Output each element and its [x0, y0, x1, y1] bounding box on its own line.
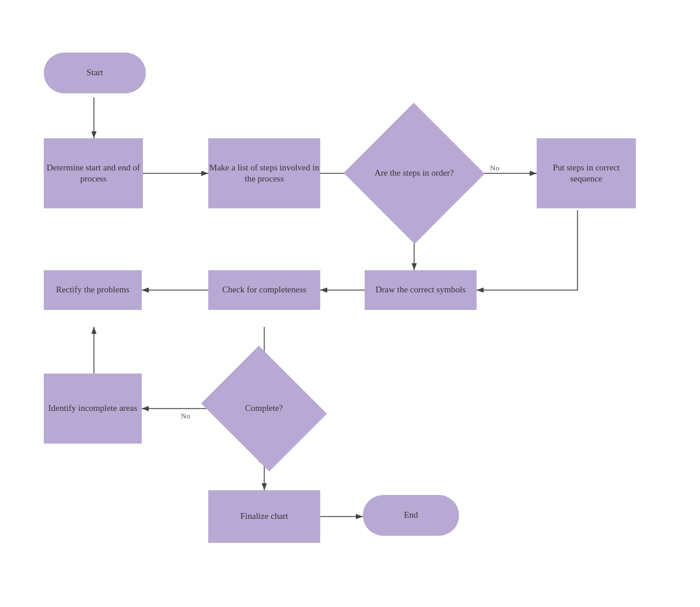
- start-node: Start: [44, 53, 146, 93]
- are-steps-label: Are the steps in order?: [374, 168, 454, 177]
- rectify-node: Rectify the problems: [44, 270, 142, 310]
- are-steps-node: Are the steps in order?: [364, 124, 464, 223]
- no-label-steps: No: [490, 163, 499, 173]
- draw-symbols-label: Draw the correct symbols: [376, 284, 466, 296]
- check-completeness-label: Check for completeness: [222, 284, 306, 296]
- make-list-label: Make a list of steps involved in the pro…: [208, 162, 320, 185]
- identify-node: Identify incomplete areas: [44, 374, 142, 444]
- draw-symbols-node: Draw the correct symbols: [365, 270, 477, 310]
- put-steps-node: Put steps in correct sequence: [537, 138, 636, 208]
- determine-label: Determine start and end of process: [44, 162, 143, 185]
- complete-label: Complete?: [245, 403, 283, 413]
- complete-node: Complete?: [216, 368, 312, 449]
- end-label: End: [404, 510, 418, 521]
- put-steps-label: Put steps in correct sequence: [537, 162, 636, 185]
- end-node: End: [363, 495, 459, 536]
- no-label-complete: No: [181, 411, 190, 421]
- rectify-label: Rectify the problems: [56, 284, 130, 296]
- start-label: Start: [86, 67, 103, 79]
- finalize-label: Finalize chart: [240, 511, 288, 522]
- identify-label: Identify incomplete areas: [48, 403, 137, 414]
- determine-node: Determine start and end of process: [44, 138, 143, 208]
- flowchart: No Yes No Yes Start Determine start and …: [0, 0, 700, 607]
- finalize-node: Finalize chart: [208, 490, 320, 543]
- check-completeness-node: Check for completeness: [208, 270, 320, 310]
- make-list-node: Make a list of steps involved in the pro…: [208, 138, 320, 208]
